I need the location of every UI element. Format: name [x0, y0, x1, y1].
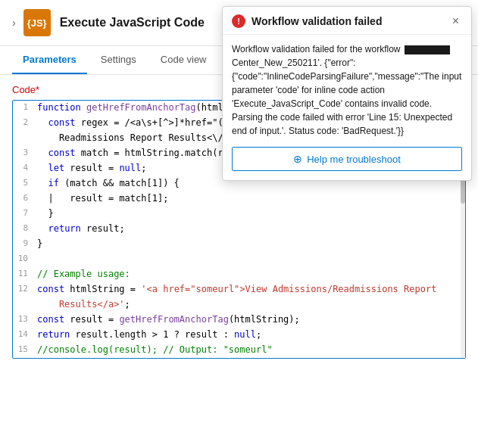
code-line: 6 | result = match[1]; — [13, 191, 465, 207]
tab-code-view[interactable]: Code view — [150, 46, 217, 74]
tab-parameters[interactable]: Parameters — [12, 46, 87, 74]
code-line: 14 return result.length > 1 ? result : n… — [13, 328, 465, 343]
expand-icon[interactable]: › — [12, 17, 16, 29]
error-icon: ! — [232, 14, 245, 28]
code-line: 9 } — [13, 237, 465, 252]
error-body: Workflow validation failed for the workf… — [223, 35, 471, 141]
code-line: 13 const result = getHrefFromAnchorTag(h… — [13, 313, 465, 328]
code-line: 15 //console.log(result); // Output: "so… — [13, 343, 465, 358]
troubleshoot-label: Help me troubleshoot — [307, 154, 401, 165]
workflow-name-redacted — [405, 45, 450, 54]
tab-settings[interactable]: Settings — [90, 46, 147, 74]
help-icon: ⊕ — [293, 153, 302, 165]
code-line: Results</a>'; — [13, 297, 465, 313]
troubleshoot-button[interactable]: ⊕ Help me troubleshoot — [232, 147, 462, 171]
code-line: 8 return result; — [13, 222, 465, 237]
code-line: 11 // Example usage: — [13, 267, 465, 282]
error-header: ! Workflow validation failed × — [223, 7, 471, 35]
js-action-icon: {JS} — [23, 9, 51, 36]
panel-title: Execute JavaScript Code — [60, 16, 205, 30]
close-button[interactable]: × — [449, 15, 462, 27]
error-footer: ⊕ Help me troubleshoot — [223, 141, 471, 180]
error-popup: ! Workflow validation failed × Workflow … — [222, 6, 472, 181]
error-title: Workflow validation failed — [251, 15, 449, 27]
code-line: 7 } — [13, 207, 465, 222]
code-line: 12 const htmlString = '<a href="someurl"… — [13, 282, 465, 297]
code-line: 10 — [13, 252, 465, 267]
required-star: * — [36, 84, 39, 95]
